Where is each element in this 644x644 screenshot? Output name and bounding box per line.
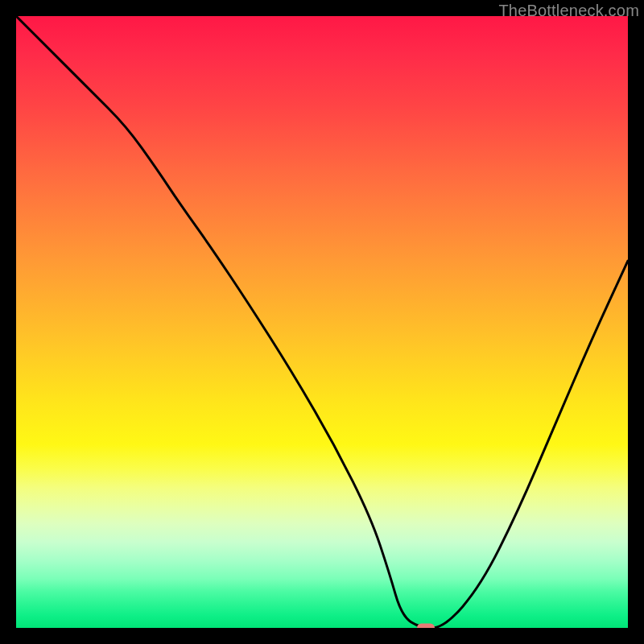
watermark-label: TheBottleneck.com [498,2,639,20]
optimal-point-marker [417,624,435,629]
curve-path [16,16,628,628]
bottleneck-chart: TheBottleneck.com [0,0,644,644]
bottleneck-curve [16,16,628,628]
plot-area [16,16,628,628]
